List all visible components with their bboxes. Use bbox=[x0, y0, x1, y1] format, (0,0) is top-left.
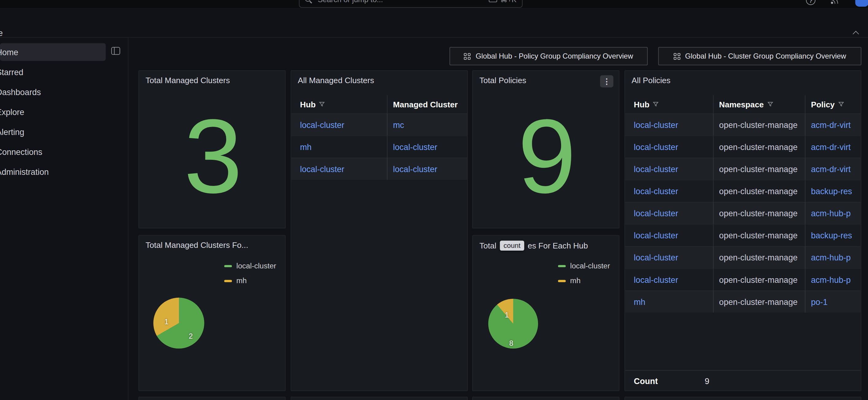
panel-title[interactable]: All Managed Clusters bbox=[291, 71, 467, 85]
sidebar-item-connections[interactable]: Connections bbox=[0, 143, 105, 160]
policy-link[interactable]: acm-dr-virt bbox=[811, 120, 850, 129]
dashboard-link-policy-group[interactable]: Global Hub - Policy Group Compliancy Ove… bbox=[450, 47, 648, 65]
stat-value: 9 bbox=[473, 88, 619, 225]
legend-item-mh[interactable]: mh bbox=[224, 277, 247, 285]
table-row: local-cluster local-cluster bbox=[291, 158, 467, 180]
policy-link[interactable]: backup-res bbox=[811, 231, 852, 240]
shortcut-label: ⌘+K bbox=[500, 0, 517, 4]
sidebar-item-label: Home bbox=[0, 47, 19, 57]
breadcrumb[interactable]: Home bbox=[0, 28, 3, 38]
hub-link[interactable]: local-cluster bbox=[300, 120, 344, 129]
top-nav-bar: ⌘+K ? bbox=[0, 0, 868, 9]
panel-title[interactable]: Total Managed Clusters bbox=[139, 71, 285, 85]
hub-link[interactable]: local-cluster bbox=[300, 164, 344, 174]
sidebar-item-label: Explore bbox=[0, 107, 24, 116]
panel-title[interactable]: Total Managed Clusters Fo... bbox=[139, 236, 285, 249]
search-input[interactable] bbox=[317, 0, 484, 4]
panel-policies-per-hub-pie: Total count es For Each Hub local-cluste… bbox=[472, 235, 619, 391]
filter-icon[interactable] bbox=[838, 101, 844, 107]
legend-swatch-green bbox=[558, 265, 566, 267]
sidebar-collapse-icon[interactable] bbox=[112, 47, 120, 55]
column-label: Namespace bbox=[719, 100, 764, 109]
column-header-namespace[interactable]: Namespace bbox=[713, 95, 805, 113]
policies-table: Hub Namespace Policy local-cluster open-… bbox=[625, 95, 861, 312]
hub-link[interactable]: local-cluster bbox=[634, 253, 678, 262]
legend-item-mh[interactable]: mh bbox=[558, 277, 581, 285]
table-row: local-cluster open-cluster-manage acm-hu… bbox=[625, 202, 861, 224]
hub-link[interactable]: local-cluster bbox=[634, 275, 678, 285]
table-row: mh local-cluster bbox=[291, 136, 467, 158]
panel-all-policies: All Policies Hub Namespace Policy local-… bbox=[624, 70, 861, 391]
column-header-hub[interactable]: Hub bbox=[291, 95, 387, 113]
pie-slice-label-mh: 1 bbox=[164, 318, 168, 326]
table-row: mh open-cluster-manage po-1 bbox=[625, 291, 861, 312]
stat-value: 3 bbox=[139, 88, 285, 225]
panel-sliver bbox=[472, 397, 619, 400]
policy-link[interactable]: backup-res bbox=[811, 187, 852, 196]
panel-total-managed-clusters: Total Managed Clusters 3 bbox=[138, 70, 286, 229]
help-icon[interactable]: ? bbox=[806, 0, 815, 5]
table-header: Hub Managed Cluster bbox=[291, 95, 467, 113]
legend-label: mh bbox=[236, 277, 247, 285]
panel-title[interactable]: Total count es For Each Hub bbox=[473, 236, 619, 251]
hub-link[interactable]: local-cluster bbox=[634, 209, 678, 218]
sidebar-item-administration[interactable]: Administration bbox=[0, 163, 105, 180]
hub-link[interactable]: local-cluster bbox=[634, 164, 678, 174]
sidebar-nav: Home Starred Dashboards Explore Alerting… bbox=[0, 38, 128, 400]
table-row: local-cluster open-cluster-manage backup… bbox=[625, 180, 861, 202]
hub-link[interactable]: local-cluster bbox=[634, 120, 678, 129]
hub-link[interactable]: local-cluster bbox=[634, 231, 678, 240]
namespace-value: open-cluster-manage bbox=[719, 253, 798, 262]
dashboard-link-cluster-group[interactable]: Global Hub - Cluster Group Compliancy Ov… bbox=[658, 47, 861, 65]
collapse-toolbar-button[interactable] bbox=[851, 29, 860, 38]
table-footer: Count 9 bbox=[625, 370, 861, 391]
sidebar-item-explore[interactable]: Explore bbox=[0, 103, 105, 121]
namespace-value: open-cluster-manage bbox=[719, 142, 798, 152]
policy-link[interactable]: po-1 bbox=[811, 297, 828, 307]
sidebar-item-starred[interactable]: Starred bbox=[0, 63, 105, 81]
column-label: Hub bbox=[634, 100, 649, 109]
policy-link[interactable]: acm-hub-p bbox=[811, 253, 850, 262]
search-shortcut: ⌘+K bbox=[489, 0, 517, 4]
legend-swatch-yellow bbox=[224, 280, 232, 282]
profile-avatar[interactable] bbox=[856, 0, 868, 7]
cluster-link[interactable]: local-cluster bbox=[393, 164, 437, 174]
cluster-link[interactable]: mc bbox=[393, 120, 404, 129]
sidebar-item-label: Administration bbox=[0, 167, 49, 176]
legend-label: local-cluster bbox=[236, 262, 276, 270]
search-icon bbox=[305, 0, 312, 3]
table-row: local-cluster mc bbox=[291, 113, 467, 136]
news-icon[interactable] bbox=[830, 0, 839, 4]
hub-link[interactable]: mh bbox=[634, 297, 646, 307]
panel-title[interactable]: All Policies bbox=[625, 71, 861, 85]
sidebar-item-home[interactable]: Home bbox=[0, 43, 105, 61]
sidebar-item-alerting[interactable]: Alerting bbox=[0, 123, 105, 140]
panel-title-suffix: es For Each Hub bbox=[528, 241, 588, 250]
sidebar-item-dashboards[interactable]: Dashboards bbox=[0, 83, 105, 101]
column-header-managed-cluster[interactable]: Managed Cluster bbox=[387, 95, 467, 113]
filter-icon[interactable] bbox=[653, 101, 659, 107]
hub-link[interactable]: local-cluster bbox=[634, 142, 678, 152]
policy-link[interactable]: acm-dr-virt bbox=[811, 142, 850, 152]
apps-grid-icon bbox=[464, 53, 471, 60]
policy-link[interactable]: acm-dr-virt bbox=[811, 164, 850, 174]
policy-link[interactable]: acm-hub-p bbox=[811, 209, 850, 218]
panel-title[interactable]: Total Policies bbox=[473, 71, 619, 85]
column-label: Managed Cluster bbox=[393, 100, 458, 109]
column-header-hub[interactable]: Hub bbox=[625, 95, 713, 113]
filter-icon[interactable] bbox=[767, 101, 773, 107]
column-header-policy[interactable]: Policy bbox=[805, 95, 861, 113]
filter-icon[interactable] bbox=[319, 101, 325, 107]
panel-menu-icon[interactable]: ⋮ bbox=[600, 75, 613, 88]
chevron-up-icon bbox=[852, 31, 859, 37]
search-box[interactable]: ⌘+K bbox=[299, 0, 523, 8]
legend-label: local-cluster bbox=[570, 262, 610, 270]
legend-item-local-cluster[interactable]: local-cluster bbox=[224, 262, 276, 270]
panel-title-prefix: Total bbox=[479, 241, 496, 250]
legend-item-local-cluster[interactable]: local-cluster bbox=[558, 262, 610, 270]
hub-link[interactable]: mh bbox=[300, 142, 312, 152]
cluster-link[interactable]: local-cluster bbox=[393, 142, 437, 152]
hub-link[interactable]: local-cluster bbox=[634, 187, 678, 196]
pie-chart-clusters bbox=[153, 298, 205, 348]
policy-link[interactable]: acm-hub-p bbox=[811, 275, 850, 285]
